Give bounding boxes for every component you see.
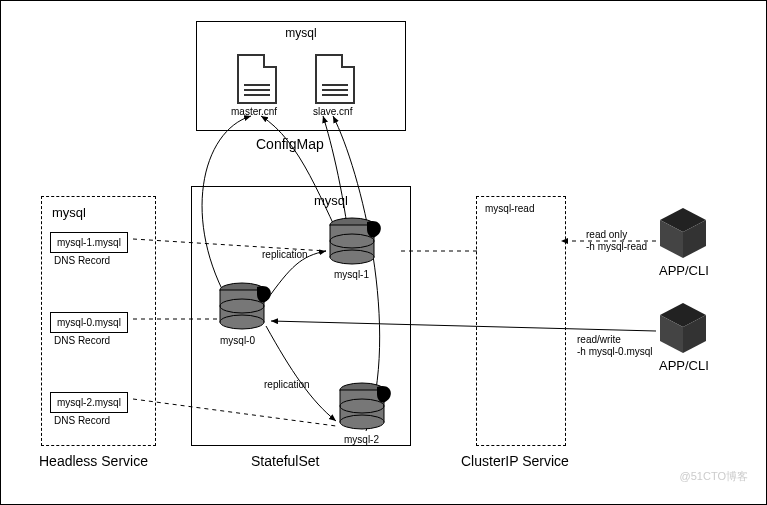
clusterip-title: mysql-read [485,203,534,214]
svg-point-16 [340,415,384,429]
clusterip-box: mysql-read [476,196,566,446]
dns-record-0: mysql-1.mysql [50,232,128,253]
configmap-caption: ConfigMap [256,136,324,152]
headless-box: mysql mysql-1.mysql DNS Record mysql-0.m… [41,196,156,446]
dns-caption-0: DNS Record [54,255,110,266]
dns-record-2: mysql-2.mysql [50,392,128,413]
doc-label-slave: slave.cnf [313,106,352,117]
architecture-diagram: mysql master.cnf slave.cnf ConfigMap mys… [0,0,767,505]
client-caption-1: APP/CLI [659,358,709,373]
client-caption-0: APP/CLI [659,263,709,278]
doc-icon-master [237,54,273,100]
cube-icon-readwrite [656,301,711,356]
db-icon-mysql-0 [217,282,277,332]
replication-label-1: replication [262,249,308,260]
svg-point-12 [220,315,264,329]
replication-label-2: replication [264,379,310,390]
dns-caption-2: DNS Record [54,415,110,426]
db-icon-mysql-2 [337,382,397,432]
pod-label-1: mysql-1 [334,269,369,280]
pod-label-2: mysql-2 [344,434,379,445]
client-line2-0: -h mysql-read [586,241,647,252]
dns-record-1: mysql-0.mysql [50,312,128,333]
doc-label-master: master.cnf [231,106,277,117]
clusterip-caption: ClusterIP Service [461,453,569,469]
headless-caption: Headless Service [39,453,148,469]
dns-caption-1: DNS Record [54,335,110,346]
client-line2-1: -h mysql-0.mysql [577,346,653,357]
headless-title: mysql [52,205,86,220]
configmap-box: mysql master.cnf slave.cnf [196,21,406,131]
statefulset-caption: StatefulSet [251,453,320,469]
cube-icon-readonly [656,206,711,261]
doc-icon-slave [315,54,351,100]
db-icon-mysql-1 [327,217,387,267]
client-line1-0: read only [586,229,627,240]
svg-point-8 [330,250,374,264]
configmap-title: mysql [197,26,405,40]
client-line1-1: read/write [577,334,621,345]
watermark: @51CTO博客 [680,469,748,484]
statefulset-title: mysql [314,193,348,208]
statefulset-box: mysql mysql-1 mysql-0 mysql-2 repl [191,186,411,446]
pod-label-0: mysql-0 [220,335,255,346]
